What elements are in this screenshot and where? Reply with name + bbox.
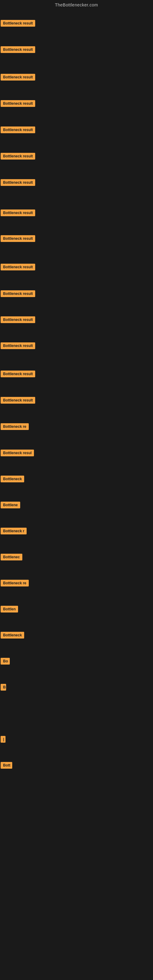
bottleneck-result-item: Bottleneck result [1, 371, 35, 379]
bottleneck-label: Bottleneck result [1, 46, 35, 53]
bottleneck-result-item: Bottleneck resul [1, 450, 34, 458]
bottleneck-label: Bottlenec [1, 554, 22, 560]
bottleneck-label: Bottleneck result [1, 179, 35, 186]
bottleneck-result-item: Bottleneck result [1, 235, 35, 243]
bottleneck-label: Bottleneck result [1, 317, 35, 323]
bottleneck-result-item: | [1, 736, 5, 744]
bottleneck-label: Bottlene [1, 502, 20, 508]
bottleneck-label: Bottleneck result [1, 20, 35, 27]
bottleneck-label: Bottleneck result [1, 126, 35, 133]
bottleneck-result-item: Bottleneck result [1, 153, 35, 161]
bottleneck-label: Bottleneck [1, 632, 24, 638]
bottleneck-label: Bottleneck r [1, 528, 27, 535]
bottleneck-label: Bottleneck result [1, 342, 35, 349]
bottleneck-result-item: Bottleneck result [1, 126, 35, 134]
bottleneck-result-item: Bottlenec [1, 554, 22, 562]
bottleneck-result-item: Bottleneck result [1, 20, 35, 28]
bottleneck-result-item: Bottleneck result [1, 46, 35, 54]
bottleneck-result-item: Bottleneck result [1, 264, 35, 272]
bottleneck-result-item: Bottleneck result [1, 290, 35, 298]
bottleneck-label: Bottleneck result [1, 290, 35, 297]
bottleneck-result-item: Bottleneck [1, 632, 24, 640]
bottleneck-label: Bottleneck re [1, 423, 29, 430]
bottleneck-label: Bottleneck result [1, 74, 35, 81]
bottleneck-result-item: B [1, 684, 6, 692]
bottleneck-result-item: Bottleneck re [1, 423, 29, 431]
bottleneck-result-item: Bottleneck result [1, 317, 35, 324]
bottleneck-label: Bottleneck result [1, 210, 35, 216]
bottleneck-label: Bottlen [1, 606, 18, 612]
bottleneck-result-item: Bottlene [1, 502, 20, 510]
bottleneck-result-item: Bottleneck result [1, 397, 35, 405]
bottleneck-label: | [1, 736, 5, 743]
bottleneck-result-item: Bottleneck re [1, 580, 29, 588]
bottleneck-label: Bo [1, 658, 10, 665]
bottleneck-label: Bottleneck [1, 476, 24, 482]
bottleneck-label: Bottleneck result [1, 235, 35, 242]
bottleneck-label: B [1, 684, 6, 690]
site-header: TheBottlenecker.com [0, 0, 153, 9]
bottleneck-label: Bottleneck result [1, 100, 35, 107]
bottleneck-result-item: Bottlen [1, 606, 18, 614]
bottleneck-result-item: Bottleneck result [1, 100, 35, 108]
bottleneck-label: Bottleneck result [1, 153, 35, 159]
bottleneck-result-item: Bo [1, 658, 10, 666]
bottleneck-result-item: Bottleneck result [1, 179, 35, 187]
bottleneck-label: Bottleneck result [1, 371, 35, 377]
bottleneck-label: Bottleneck resul [1, 450, 34, 456]
bottleneck-label: Bott [1, 762, 12, 769]
bottleneck-result-item: Bott [1, 762, 12, 770]
bottleneck-result-item: Bottleneck r [1, 528, 27, 536]
bottleneck-result-item: Bottleneck result [1, 342, 35, 350]
bottleneck-label: Bottleneck re [1, 580, 29, 587]
bottleneck-result-item: Bottleneck [1, 476, 24, 484]
bottleneck-label: Bottleneck result [1, 397, 35, 404]
bottleneck-result-item: Bottleneck result [1, 74, 35, 82]
bottleneck-result-item: Bottleneck result [1, 210, 35, 218]
bottleneck-label: Bottleneck result [1, 264, 35, 270]
